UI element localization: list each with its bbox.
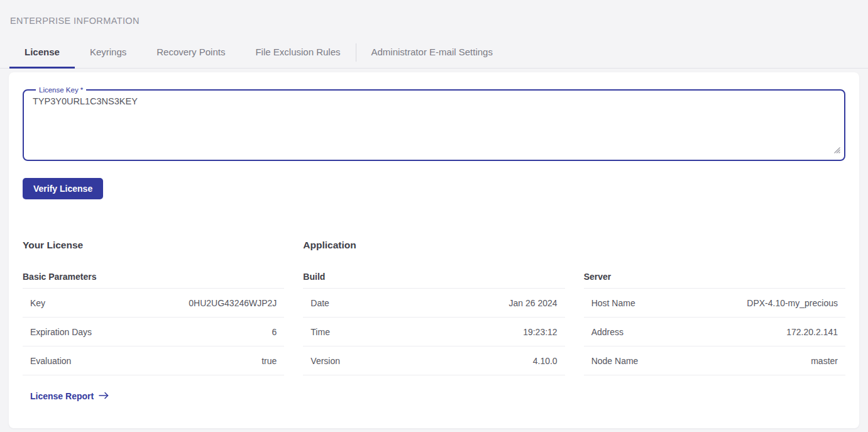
row-label: Address — [591, 327, 624, 337]
row-label: Date — [310, 298, 329, 308]
table-row: Evaluation true — [23, 346, 284, 375]
license-key-field: License Key * TYP3Y0URL1C3NS3KEY — [23, 86, 845, 161]
license-panel: License Key * TYP3Y0URL1C3NS3KEY Verify … — [9, 72, 859, 428]
table-row: Time 19:23:12 — [303, 318, 564, 346]
arrow-right-icon — [99, 391, 109, 401]
row-label: Expiration Days — [30, 327, 92, 337]
table-row: Key 0HU2UG43246WJP2J — [23, 289, 284, 318]
page-title: ENTERPRISE INFORMATION — [0, 0, 868, 26]
tab-license[interactable]: License — [9, 38, 75, 68]
row-label: Time — [310, 327, 330, 337]
resize-handle-icon[interactable] — [832, 145, 841, 157]
your-license-heading: Your License — [23, 240, 284, 251]
basic-parameters-title: Basic Parameters — [23, 272, 284, 282]
license-key-input[interactable]: TYP3Y0URL1C3NS3KEY — [30, 95, 838, 147]
build-table: Date Jan 26 2024 Time 19:23:12 Version 4… — [303, 288, 564, 375]
table-row: Version 4.10.0 — [303, 346, 564, 375]
tab-keyrings[interactable]: Keyrings — [75, 38, 141, 68]
table-row: Date Jan 26 2024 — [303, 289, 564, 318]
license-details-grid: Your License Application Basic Parameter… — [23, 240, 845, 401]
row-value: master — [811, 356, 838, 366]
tab-bar: License Keyrings Recovery Points File Ex… — [0, 38, 868, 69]
license-key-label: License Key * — [36, 86, 86, 94]
row-label: Key — [30, 298, 45, 308]
row-value: DPX-4.10-my_precious — [747, 298, 838, 308]
row-label: Host Name — [591, 298, 635, 308]
build-title: Build — [303, 272, 564, 282]
tab-administrator-email-settings[interactable]: Administrator E-mail Settings — [356, 38, 508, 68]
row-value: 6 — [272, 327, 277, 337]
server-title: Server — [584, 272, 845, 282]
table-row: Address 172.20.2.141 — [584, 318, 845, 346]
server-group: Server Host Name DPX-4.10-my_precious Ad… — [584, 272, 845, 375]
table-row: Node Name master — [584, 346, 845, 375]
table-row: Host Name DPX-4.10-my_precious — [584, 289, 845, 318]
application-heading: Application — [303, 240, 845, 251]
row-label: Evaluation — [30, 356, 71, 366]
row-value: Jan 26 2024 — [509, 298, 558, 308]
table-row: Expiration Days 6 — [23, 318, 284, 346]
server-table: Host Name DPX-4.10-my_precious Address 1… — [584, 288, 845, 375]
row-value: true — [261, 356, 277, 366]
row-value: 4.10.0 — [533, 356, 558, 366]
basic-parameters-table: Key 0HU2UG43246WJP2J Expiration Days 6 E… — [23, 288, 284, 375]
license-report-label: License Report — [30, 391, 94, 401]
verify-license-button[interactable]: Verify License — [23, 178, 103, 199]
tab-file-exclusion-rules[interactable]: File Exclusion Rules — [240, 38, 355, 68]
license-report-link[interactable]: License Report — [23, 391, 109, 401]
row-value: 19:23:12 — [523, 327, 558, 337]
row-label: Node Name — [591, 356, 639, 366]
basic-parameters-group: Basic Parameters Key 0HU2UG43246WJP2J Ex… — [23, 272, 284, 375]
tab-recovery-points[interactable]: Recovery Points — [141, 38, 240, 68]
row-value: 0HU2UG43246WJP2J — [189, 298, 277, 308]
row-label: Version — [310, 356, 340, 366]
build-group: Build Date Jan 26 2024 Time 19:23:12 Ver… — [303, 272, 564, 375]
row-value: 172.20.2.141 — [786, 327, 838, 337]
